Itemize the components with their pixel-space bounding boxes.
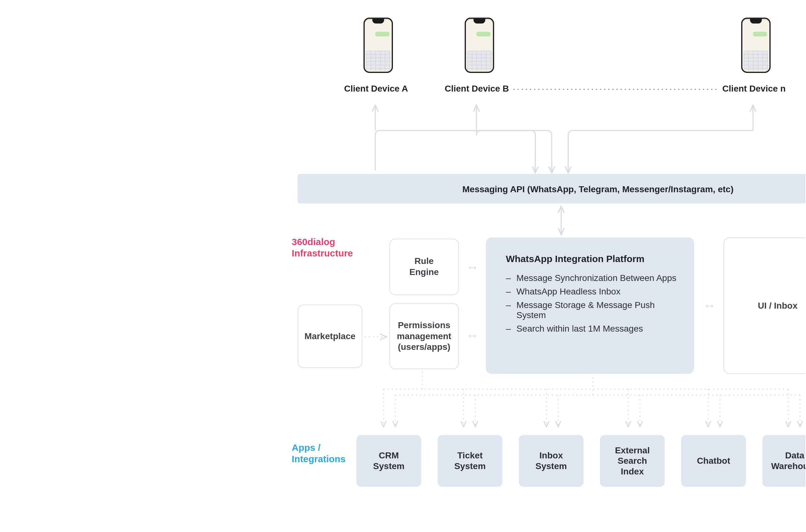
app-ticket-system: TicketSystem [438, 435, 502, 487]
wip-item: Search within last 1M Messages [506, 323, 677, 334]
rule-engine-box: Rule Engine [389, 239, 459, 295]
wip-title: WhatsApp Integration Platform [506, 254, 677, 265]
app-data-warehouse: DataWarehouse [763, 435, 805, 487]
wip-item: WhatsApp Headless Inbox [506, 286, 677, 296]
wip-item: Message Synchronization Between Apps [506, 273, 677, 283]
wip-feature-list: Message Synchronization Between Apps Wha… [506, 273, 677, 333]
messaging-api-label: Messaging API (WhatsApp, Telegram, Messe… [462, 184, 734, 194]
messaging-api-bar: Messaging API (WhatsApp, Telegram, Messe… [298, 174, 805, 203]
ui-inbox-box: UI / Inbox [724, 238, 805, 374]
client-device-b-label: Client Device B [445, 83, 509, 93]
client-device-a-icon [364, 18, 393, 73]
app-inbox-system: InboxSystem [519, 435, 584, 487]
wip-item: Message Storage & Message Push System [506, 300, 677, 320]
client-device-a-label: Client Device A [344, 83, 408, 93]
section-360dialog-infra: 360dialog Infrastructure [292, 236, 353, 259]
app-chatbot: Chatbot [681, 435, 746, 487]
client-device-n-icon [741, 18, 771, 73]
app-crm-system: CRMSystem [357, 435, 422, 487]
bi-arrow-icon: ↔ [466, 328, 479, 344]
bi-arrow-icon: ↔ [703, 298, 716, 314]
whatsapp-integration-platform-box: WhatsApp Integration Platform Message Sy… [486, 238, 694, 374]
bi-arrow-icon: ↔ [466, 260, 479, 275]
marketplace-box: Marketplace [298, 305, 363, 368]
architecture-diagram: Client Device A Client Device B Client D… [187, 0, 805, 532]
client-device-b-icon [465, 18, 494, 73]
section-apps-integrations: Apps / Integrations [292, 442, 346, 465]
client-device-n-label: Client Device n [722, 83, 786, 93]
permissions-management-box: Permissions management (users/apps) [389, 303, 459, 369]
app-external-search-index: ExternalSearchIndex [600, 435, 665, 487]
